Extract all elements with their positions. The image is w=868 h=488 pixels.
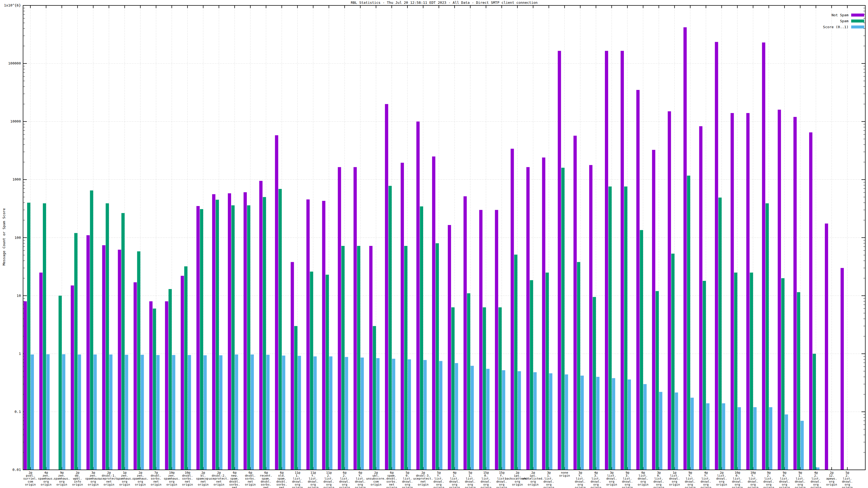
x-tick-label: origin <box>590 486 601 488</box>
bar-score <box>753 407 756 469</box>
x-tick-label: origin <box>701 486 712 488</box>
bar-score <box>361 358 364 469</box>
bar-not-spam <box>228 193 231 469</box>
bar-spam <box>247 205 250 469</box>
bar-score <box>612 378 615 469</box>
bar-score <box>659 392 662 469</box>
bar-not-spam <box>526 167 529 469</box>
bar-score <box>785 415 788 469</box>
bar-not-spam <box>621 51 624 469</box>
y-tick-label: 1x10^{6} <box>4 3 21 7</box>
bar-spam <box>420 206 423 469</box>
bar-score <box>46 354 50 469</box>
bar-spam <box>279 189 282 469</box>
bar-not-spam <box>715 42 718 469</box>
x-tick-label: origin <box>386 486 397 488</box>
bar-spam <box>577 262 580 469</box>
x-tick-label: origin <box>685 486 696 488</box>
bar-score <box>502 370 505 469</box>
bar-spam <box>216 200 219 469</box>
y-tick-label: 10 <box>17 294 21 298</box>
bar-spam <box>609 187 612 469</box>
bar-spam <box>137 251 140 469</box>
bar-not-spam <box>165 301 168 469</box>
bar-not-spam <box>574 136 577 469</box>
bar-score <box>329 357 332 469</box>
x-tick-label: origin <box>559 474 570 478</box>
bar-not-spam <box>699 126 703 469</box>
bar-score <box>94 355 97 469</box>
x-tick-label: origin <box>543 486 554 488</box>
x-tick-label: origin <box>245 483 256 486</box>
x-tick-label: origin <box>716 483 727 486</box>
bar-not-spam <box>307 199 310 469</box>
x-tick-label: origin <box>496 486 507 488</box>
bar-score <box>486 369 490 469</box>
y-tick-label: 0.01 <box>12 468 21 472</box>
legend-item-spam: Spam <box>823 18 864 24</box>
bar-not-spam <box>385 104 388 469</box>
bar-score <box>235 355 238 469</box>
x-tick-label: origin <box>104 483 115 486</box>
x-tick-label: origin <box>763 486 774 488</box>
bar-not-spam <box>558 51 561 469</box>
bar-not-spam <box>401 163 404 469</box>
bar-score <box>801 421 804 469</box>
y-tick-label: 100000 <box>8 61 21 65</box>
bar-not-spam <box>416 122 420 469</box>
x-tick-label: origin <box>198 483 209 486</box>
x-tick-label: origin <box>669 483 680 486</box>
bar-spam <box>797 292 800 469</box>
x-tick-label: origin <box>575 486 586 488</box>
bar-score <box>156 355 159 469</box>
x-tick-label: net <box>264 486 269 488</box>
bar-not-spam <box>259 181 262 469</box>
bar-score <box>706 403 710 469</box>
bar-spam <box>43 203 46 469</box>
bar-score <box>816 467 819 469</box>
bar-spam <box>813 354 816 469</box>
bar-score <box>518 371 521 469</box>
bar-score <box>628 380 631 469</box>
x-tick-label: origin <box>182 483 193 486</box>
y-tick-label: 1000 <box>12 177 21 182</box>
y-tick-label: 10000 <box>10 119 21 123</box>
bar-spam <box>357 246 360 469</box>
bar-not-spam <box>181 276 184 469</box>
bar-spam <box>294 326 298 469</box>
legend-swatch-score <box>851 26 864 29</box>
bar-not-spam <box>448 225 451 469</box>
bar-score <box>643 384 647 469</box>
bar-spam <box>59 296 62 469</box>
bar-not-spam <box>244 192 247 469</box>
bar-not-spam <box>762 42 765 469</box>
bar-spam <box>640 230 643 469</box>
bar-not-spam <box>794 117 797 469</box>
bar-not-spam <box>825 223 828 469</box>
bar-score <box>141 355 144 469</box>
x-tick-label: origin <box>292 486 303 488</box>
bar-score <box>172 355 175 469</box>
bar-spam <box>499 307 502 469</box>
bar-not-spam <box>39 272 42 469</box>
bar-spam <box>200 209 203 469</box>
legend-label-spam: Spam <box>840 19 848 23</box>
bar-spam <box>687 176 690 469</box>
bar-not-spam <box>338 167 341 469</box>
x-tick-label: origin <box>606 483 617 486</box>
bar-not-spam <box>71 286 74 469</box>
bar-not-spam <box>511 149 514 469</box>
bar-spam <box>373 326 376 469</box>
bar-spam <box>671 254 675 469</box>
bar-score <box>722 403 725 469</box>
bar-spam <box>310 272 313 469</box>
bar-spam <box>231 205 235 469</box>
bar-spam <box>326 274 329 469</box>
bar-not-spam <box>432 156 435 469</box>
bar-score <box>188 355 191 469</box>
bar-not-spam <box>605 51 608 469</box>
bar-spam <box>734 272 737 469</box>
bar-score <box>219 355 222 469</box>
bar-not-spam <box>479 210 483 469</box>
bar-spam <box>766 203 769 469</box>
